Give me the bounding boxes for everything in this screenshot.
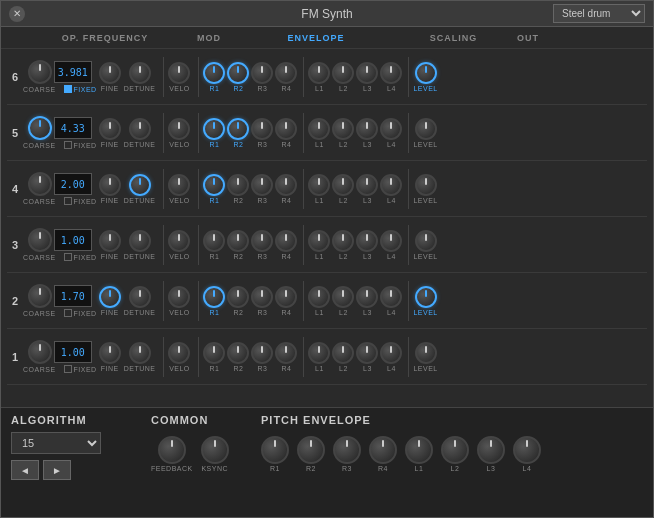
- l1-knob-3[interactable]: [308, 230, 330, 252]
- level-knob-1[interactable]: [415, 342, 437, 364]
- level-knob-2[interactable]: [415, 286, 437, 308]
- preset-select[interactable]: Steel drum Electric Piano Bass: [553, 4, 645, 23]
- r1-knob-1[interactable]: [203, 342, 225, 364]
- fine-knob-2[interactable]: [99, 286, 121, 308]
- fine-knob-3[interactable]: [99, 230, 121, 252]
- fine-knob-5[interactable]: [99, 118, 121, 140]
- r4-knob-3[interactable]: [275, 230, 297, 252]
- r2-knob-6[interactable]: [227, 62, 249, 84]
- r3-knob-4[interactable]: [251, 174, 273, 196]
- algorithm-prev-button[interactable]: ◄: [11, 460, 39, 480]
- r3-knob-1[interactable]: [251, 342, 273, 364]
- ksync-knob[interactable]: [201, 436, 229, 464]
- l3-knob-4[interactable]: [356, 174, 378, 196]
- pitch-l3-knob[interactable]: [477, 436, 505, 464]
- algorithm-select[interactable]: 15 1234 5678 9101112 131416: [11, 432, 101, 454]
- level-knob-4[interactable]: [415, 174, 437, 196]
- velo-knob-1[interactable]: [168, 342, 190, 364]
- r4-knob-1[interactable]: [275, 342, 297, 364]
- l4-knob-6[interactable]: [380, 62, 402, 84]
- coarse-knob-5[interactable]: [28, 116, 52, 140]
- l3-knob-1[interactable]: [356, 342, 378, 364]
- l1-knob-2[interactable]: [308, 286, 330, 308]
- coarse-knob-4[interactable]: [28, 172, 52, 196]
- r2-knob-1[interactable]: [227, 342, 249, 364]
- r1-knob-2[interactable]: [203, 286, 225, 308]
- r4-knob-4[interactable]: [275, 174, 297, 196]
- detune-knob-5[interactable]: [129, 118, 151, 140]
- coarse-knob-6[interactable]: [28, 60, 52, 84]
- r2-knob-2[interactable]: [227, 286, 249, 308]
- l3-knob-6[interactable]: [356, 62, 378, 84]
- l2-knob-1[interactable]: [332, 342, 354, 364]
- coarse-knob-1[interactable]: [28, 340, 52, 364]
- fine-knob-1[interactable]: [99, 342, 121, 364]
- l2-knob-5[interactable]: [332, 118, 354, 140]
- r1-knob-6[interactable]: [203, 62, 225, 84]
- fixed-checkbox-2[interactable]: [64, 309, 72, 317]
- l1-knob-5[interactable]: [308, 118, 330, 140]
- velo-knob-4[interactable]: [168, 174, 190, 196]
- r2-knob-3[interactable]: [227, 230, 249, 252]
- r2-knob-5[interactable]: [227, 118, 249, 140]
- r2-knob-4[interactable]: [227, 174, 249, 196]
- detune-knob-3[interactable]: [129, 230, 151, 252]
- level-knob-6[interactable]: [415, 62, 437, 84]
- fixed-checkbox-4[interactable]: [64, 197, 72, 205]
- fixed-checkbox-1[interactable]: [64, 365, 72, 373]
- r3-knob-3[interactable]: [251, 230, 273, 252]
- pitch-l1-knob[interactable]: [405, 436, 433, 464]
- fixed-checkbox-5[interactable]: [64, 141, 72, 149]
- r1-knob-3[interactable]: [203, 230, 225, 252]
- level-knob-3[interactable]: [415, 230, 437, 252]
- detune-knob-6[interactable]: [129, 62, 151, 84]
- r3-group-6: R3: [251, 62, 273, 92]
- feedback-knob[interactable]: [158, 436, 186, 464]
- fine-knob-6[interactable]: [99, 62, 121, 84]
- r4-knob-6[interactable]: [275, 62, 297, 84]
- r3-knob-6[interactable]: [251, 62, 273, 84]
- close-button[interactable]: ✕: [9, 6, 25, 22]
- l1-knob-6[interactable]: [308, 62, 330, 84]
- l2-knob-6[interactable]: [332, 62, 354, 84]
- r3-knob-5[interactable]: [251, 118, 273, 140]
- algorithm-next-button[interactable]: ►: [43, 460, 71, 480]
- pitch-r3-knob[interactable]: [333, 436, 361, 464]
- l2-knob-2[interactable]: [332, 286, 354, 308]
- velo-knob-2[interactable]: [168, 286, 190, 308]
- coarse-knob-2[interactable]: [28, 284, 52, 308]
- l3-knob-3[interactable]: [356, 230, 378, 252]
- l4-knob-1[interactable]: [380, 342, 402, 364]
- r4-knob-2[interactable]: [275, 286, 297, 308]
- pitch-r2-knob[interactable]: [297, 436, 325, 464]
- l3-knob-2[interactable]: [356, 286, 378, 308]
- fine-knob-4[interactable]: [99, 174, 121, 196]
- velo-knob-3[interactable]: [168, 230, 190, 252]
- velo-knob-6[interactable]: [168, 62, 190, 84]
- fixed-checkbox-3[interactable]: [64, 253, 72, 261]
- l4-knob-5[interactable]: [380, 118, 402, 140]
- l1-knob-1[interactable]: [308, 342, 330, 364]
- l4-knob-4[interactable]: [380, 174, 402, 196]
- l1-knob-4[interactable]: [308, 174, 330, 196]
- r3-knob-2[interactable]: [251, 286, 273, 308]
- l4-knob-2[interactable]: [380, 286, 402, 308]
- coarse-knob-3[interactable]: [28, 228, 52, 252]
- detune-knob-2[interactable]: [129, 286, 151, 308]
- r4-knob-5[interactable]: [275, 118, 297, 140]
- detune-knob-1[interactable]: [129, 342, 151, 364]
- pitch-r4-knob[interactable]: [369, 436, 397, 464]
- r1-knob-5[interactable]: [203, 118, 225, 140]
- r1-knob-4[interactable]: [203, 174, 225, 196]
- velo-knob-5[interactable]: [168, 118, 190, 140]
- level-knob-5[interactable]: [415, 118, 437, 140]
- l2-knob-3[interactable]: [332, 230, 354, 252]
- l2-knob-4[interactable]: [332, 174, 354, 196]
- pitch-l4-knob[interactable]: [513, 436, 541, 464]
- fixed-checkbox-6[interactable]: [64, 85, 72, 93]
- l4-knob-3[interactable]: [380, 230, 402, 252]
- l3-knob-5[interactable]: [356, 118, 378, 140]
- pitch-r1-knob[interactable]: [261, 436, 289, 464]
- detune-knob-4[interactable]: [129, 174, 151, 196]
- pitch-l2-knob[interactable]: [441, 436, 469, 464]
